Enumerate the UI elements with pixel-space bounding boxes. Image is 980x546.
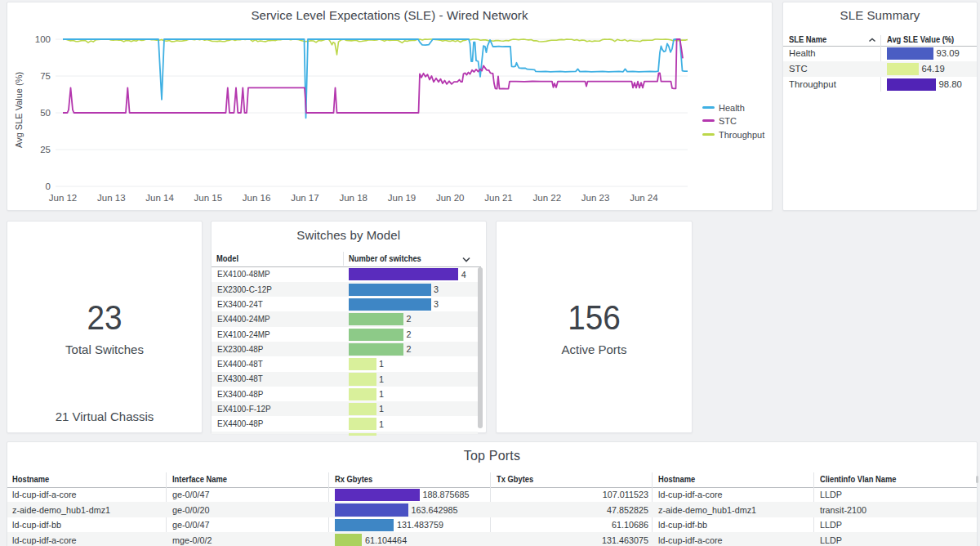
svg-text:Jun 12: Jun 12 (49, 193, 78, 203)
svg-text:75: 75 (40, 71, 51, 81)
svg-text:Jun 19: Jun 19 (388, 193, 416, 203)
svg-text:Jun 14: Jun 14 (145, 193, 174, 203)
svg-text:Jun 24: Jun 24 (630, 193, 658, 203)
svg-text:0: 0 (46, 181, 51, 191)
svg-text:50: 50 (40, 108, 51, 118)
svg-text:Jun 17: Jun 17 (291, 193, 319, 203)
svg-text:25: 25 (40, 145, 51, 154)
svg-text:Jun 23: Jun 23 (581, 193, 610, 203)
svg-text:Jun 13: Jun 13 (97, 193, 126, 203)
svg-text:Jun 21: Jun 21 (484, 193, 513, 203)
svg-text:Jun 20: Jun 20 (436, 193, 465, 203)
svg-text:Jun 15: Jun 15 (194, 193, 223, 203)
svg-text:100: 100 (35, 34, 51, 44)
svg-text:Jun 22: Jun 22 (533, 193, 562, 203)
svg-text:Jun 16: Jun 16 (243, 193, 271, 203)
svg-text:Jun 18: Jun 18 (339, 193, 368, 203)
